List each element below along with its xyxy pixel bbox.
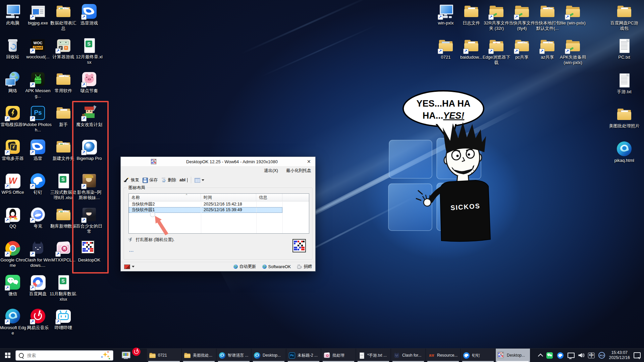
rename-button[interactable]: abl (179, 178, 187, 182)
pinned-snipping-tool[interactable] (119, 349, 133, 362)
taskbar-button[interactable]: Clash for... (391, 349, 425, 362)
desktop-icon[interactable]: PC.txt (608, 38, 640, 60)
column-header-time[interactable]: 时间 (201, 194, 256, 201)
desktop-icon[interactable]: ↗pc共享 (508, 38, 536, 60)
desktop-icon[interactable]: 当快本地打包默认文件(... (533, 3, 561, 31)
desktop-icon[interactable]: ↗Microsoft Edge (0, 308, 27, 336)
desktop-icon[interactable]: ↗32R共享文件夹 (32r) (482, 3, 511, 31)
softwareok-link[interactable]: SoftwareOK (262, 264, 291, 269)
desktop-icon[interactable]: 翻库新增数据 (49, 206, 77, 229)
desktop-icon[interactable]: 常用软件 (49, 71, 77, 94)
start-button[interactable] (0, 349, 15, 362)
action-center-icon[interactable] (634, 352, 641, 358)
desktop-icon[interactable]: ↗QQ (0, 206, 27, 229)
desktop-icon[interactable]: S三段式数据处理8月.xlsx (49, 173, 77, 200)
donate-link[interactable]: 捐赠 (297, 264, 312, 269)
desktop-icon[interactable]: ↗雷电模拟器9 (0, 105, 27, 127)
menu-minimize-to-tray[interactable]: 最小化到托盘 (286, 168, 311, 174)
desktop-icon[interactable]: ↗雷电多开器 (0, 139, 27, 161)
column-header-name[interactable]: 名称 (129, 194, 201, 201)
desktop-icon[interactable]: pikaq.html (608, 141, 640, 163)
desktop-icon[interactable]: 新手 (49, 105, 77, 127)
taskbar-clock[interactable]: 15:43:07 2025/12/16 (609, 350, 630, 360)
desktop-icon[interactable]: 回收站 (0, 37, 27, 60)
desktop-icon[interactable]: +=↗计算器游戏 (49, 37, 77, 60)
desktop-icon[interactable]: ↗bigjpg.exe (24, 3, 52, 26)
menu-exit[interactable]: 退出(X) (264, 168, 278, 174)
shuffle-icons-label[interactable]: 打乱图标 (随机位置). (128, 237, 174, 243)
desktop-icon[interactable]: ↗网易云音乐 (24, 308, 52, 330)
desktop-icon[interactable]: DesktopOK (75, 240, 103, 263)
taskbar-button[interactable]: 0721 (147, 349, 181, 362)
desktop-icon[interactable]: ↗啵点节奏 (75, 71, 103, 94)
desktop-icon[interactable]: ↗哔哩哔哩 (49, 308, 77, 330)
more-link[interactable]: ... (129, 248, 134, 253)
listview-dropdown[interactable] (195, 178, 204, 182)
close-icon[interactable]: ✕ (305, 159, 313, 164)
column-header-info[interactable]: 信息 (256, 194, 282, 201)
desktop-icon[interactable]: 美图批处理照片 (608, 106, 640, 129)
taskbar-button[interactable]: 智谱清言 ... (217, 349, 251, 362)
desktop-icon[interactable]: 网络 (0, 71, 27, 94)
delete-button[interactable]: 删除 (161, 177, 176, 183)
desktop-icon[interactable]: ↗魔女改造计划 (75, 105, 103, 127)
ime-icon[interactable]: 中 (588, 353, 595, 358)
desktop-icon[interactable]: 手游.txt (608, 72, 640, 95)
desktop-icon[interactable]: Ps↗Adobe Photosh... (24, 105, 52, 133)
desktop-icon[interactable]: ↗0721 (432, 38, 460, 60)
layout-list[interactable]: 名称 时间 信息 ^ 当快软件园22025/12/16 15:42:18当快软件… (128, 193, 309, 234)
desktop-icon[interactable]: WOCCloud↗woccloud(... (24, 37, 52, 60)
desktop-icon[interactable]: ↗APK Messeng... (24, 71, 52, 99)
desktop-icon[interactable]: ↗Edge浏览器下载 (482, 38, 511, 65)
desktop-icon[interactable]: ↗win-pxlx (432, 3, 460, 26)
tray-chevron-up-icon[interactable] (538, 353, 543, 359)
desktop-icon[interactable]: ↗夸克 (24, 206, 52, 229)
layout-row[interactable]: 当快软件园22025/12/16 15:42:18 (129, 201, 282, 207)
taskbar-button[interactable]: RHResource... (426, 349, 460, 362)
desktop-icon[interactable]: ↗file (win-pxlx) (559, 3, 587, 26)
tray-wechat-icon[interactable] (546, 352, 553, 359)
desktop-icon[interactable]: ↗迅雷游戏 (75, 3, 103, 26)
desktop-icon[interactable]: ↗Bigemap Pro (75, 139, 103, 161)
taskbar-button[interactable]: Ps未标题-2 ... (286, 349, 321, 362)
taskbar-button[interactable]: Desktop... (496, 349, 530, 362)
desktop-icon[interactable]: ↗当快共享文件 (tly4) (508, 3, 536, 31)
desktop-icon[interactable]: ↗az共享 (533, 38, 561, 60)
search-input[interactable] (26, 353, 99, 358)
desktop-icon[interactable]: ↗Clash for Windows.... (24, 240, 52, 268)
taskbar-button[interactable]: *手游.txt ... (356, 349, 390, 362)
language-flag-dropdown[interactable] (124, 264, 135, 269)
desktop-icon[interactable]: 此电脑 (0, 3, 27, 26)
desktop-icon[interactable]: ↗baidudow... (457, 38, 485, 60)
desktop-icon[interactable]: 日志文件 (457, 3, 485, 26)
list-header[interactable]: 名称 时间 信息 ^ (129, 194, 309, 201)
desktop-icon[interactable]: W↗WPS Office (0, 173, 27, 195)
network-icon[interactable] (568, 353, 575, 358)
taskbar-button[interactable]: 秀批处理 (321, 349, 356, 362)
desktop-icon[interactable]: ↗APK失效备用 (win-pxlx) (559, 38, 587, 65)
restore-button[interactable]: ok 恢复 (124, 177, 139, 183)
desktop-icon[interactable]: ↗Google Chrome (0, 240, 27, 268)
desktop-icon[interactable]: S11月翻库数据.xlsx (49, 274, 77, 302)
desktop-icon[interactable]: 新建文件夹 (49, 139, 77, 161)
desktop-icon[interactable]: ↗钉钉 (24, 173, 52, 195)
pinned-netease-music[interactable] (133, 349, 147, 362)
taskbar-button[interactable]: 美图批处... (182, 349, 216, 362)
volume-icon[interactable] (578, 353, 584, 358)
taskbar-search[interactable] (15, 350, 113, 361)
desktop-icon[interactable]: 数据处理表汇总 (49, 3, 77, 31)
window-titlebar[interactable]: DesktopOK 12.25 - Wow64 - Admin 1920x108… (121, 157, 315, 167)
desktop-icon[interactable]: ↗迅雷 (24, 139, 52, 161)
iflv-tray-icon[interactable]: iFLV (598, 352, 605, 359)
save-button[interactable]: 保存 (143, 177, 158, 183)
desktop-icon[interactable]: ↗百合少女的日常 (75, 206, 103, 234)
desktop-icon[interactable]: 秀↗MTXXPCL... (49, 240, 77, 263)
desktopok-window[interactable]: DesktopOK 12.25 - Wow64 - Admin 1920x108… (120, 157, 316, 272)
desktop-icon[interactable]: ↗百度网盘 (24, 274, 52, 297)
auto-update-link[interactable]: 自动更新 (233, 264, 256, 269)
desktop-icon[interactable]: 百度网盘PC游戏包 (608, 3, 640, 31)
desktop-icon[interactable]: ↗影色渐染~阿斯林顿妹... (75, 173, 103, 200)
desktop-icon[interactable]: S12月最终章.xlsx (75, 37, 103, 65)
taskbar-button[interactable]: Desktop... (252, 349, 286, 362)
desktop-icon[interactable]: ↗微信 (0, 274, 27, 297)
